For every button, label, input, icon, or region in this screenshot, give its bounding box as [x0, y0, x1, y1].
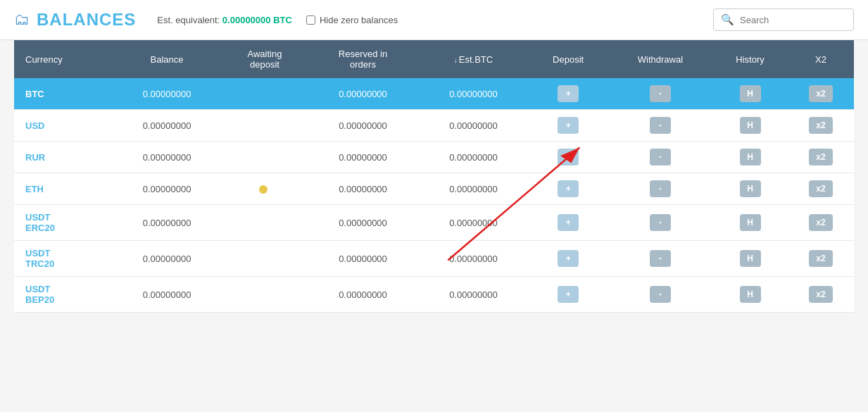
- deposit-button[interactable]: +: [558, 117, 579, 134]
- cell-balance: 0.00000000: [112, 110, 222, 142]
- deposit-button[interactable]: +: [558, 214, 579, 231]
- table-row: USDT BEP200.000000000.000000000.00000000…: [14, 277, 854, 313]
- cell-estbtc: 0.00000000: [418, 173, 528, 205]
- cell-currency: USDT TRC20: [14, 241, 112, 277]
- cell-currency: ETH: [14, 173, 112, 205]
- withdrawal-button[interactable]: -: [650, 180, 671, 197]
- cell-reserved: 0.00000000: [308, 173, 419, 205]
- deposit-button[interactable]: +: [558, 180, 579, 197]
- history-button[interactable]: H: [740, 250, 761, 267]
- table-row: USD0.000000000.000000000.00000000+-Hx2: [14, 110, 854, 142]
- cell-x2: x2: [788, 241, 854, 277]
- sort-arrow-icon: ↓: [454, 56, 458, 64]
- hide-zero-area: Hide zero balances: [306, 15, 398, 25]
- cell-balance: 0.00000000: [112, 205, 222, 241]
- cell-deposit: +: [529, 173, 608, 205]
- cell-deposit: +: [529, 277, 608, 313]
- cell-withdrawal: -: [608, 205, 713, 241]
- page-title: BALANCES: [37, 10, 136, 30]
- cell-currency: USDT BEP20: [14, 277, 112, 313]
- withdrawal-button[interactable]: -: [650, 214, 671, 231]
- cell-deposit: +: [529, 142, 608, 173]
- cell-estbtc: 0.00000000: [418, 142, 528, 173]
- history-button[interactable]: H: [740, 214, 761, 231]
- cell-reserved: 0.00000000: [308, 110, 419, 142]
- deposit-button[interactable]: +: [558, 149, 579, 166]
- top-bar: 🗂 BALANCES Est. equivalent: 0.00000000 B…: [0, 0, 868, 40]
- withdrawal-button[interactable]: -: [650, 250, 671, 267]
- table-wrapper: Currency Balance Awaitingdeposit Reserve…: [0, 40, 868, 327]
- x2-button[interactable]: x2: [809, 117, 832, 134]
- table-row: USDT TRC200.000000000.000000000.00000000…: [14, 241, 854, 277]
- col-currency: Currency: [14, 40, 112, 78]
- cell-currency: USD: [14, 110, 112, 142]
- x2-button[interactable]: x2: [809, 214, 832, 231]
- withdrawal-button[interactable]: -: [650, 149, 671, 166]
- cell-balance: 0.00000000: [112, 241, 222, 277]
- cell-history: H: [712, 241, 788, 277]
- cell-estbtc: 0.00000000: [418, 205, 528, 241]
- history-button[interactable]: H: [740, 149, 761, 166]
- withdrawal-button[interactable]: -: [650, 85, 671, 102]
- cell-awaiting: [222, 277, 307, 313]
- cell-currency: USDT ERC20: [14, 205, 112, 241]
- col-awaiting: Awaitingdeposit: [222, 40, 307, 78]
- table-row: RUR0.000000000.000000000.00000000+-Hx2: [14, 142, 854, 173]
- history-button[interactable]: H: [740, 286, 761, 303]
- cell-deposit: +: [529, 241, 608, 277]
- withdrawal-button[interactable]: -: [650, 117, 671, 134]
- cell-awaiting: [222, 205, 307, 241]
- cell-reserved: 0.00000000: [308, 241, 419, 277]
- cell-x2: x2: [788, 277, 854, 313]
- deposit-button[interactable]: +: [558, 250, 579, 267]
- search-input[interactable]: [740, 15, 838, 25]
- x2-button[interactable]: x2: [809, 85, 832, 102]
- cell-history: H: [712, 142, 788, 173]
- history-button[interactable]: H: [740, 117, 761, 134]
- cell-awaiting: [222, 241, 307, 277]
- balances-icon: 🗂: [14, 11, 30, 29]
- cell-balance: 0.00000000: [112, 277, 222, 313]
- col-deposit: Deposit: [529, 40, 608, 78]
- col-x2: X2: [788, 40, 854, 78]
- cell-balance: 0.00000000: [112, 78, 222, 110]
- col-history: History: [712, 40, 788, 78]
- history-button[interactable]: H: [740, 85, 761, 102]
- x2-button[interactable]: x2: [809, 149, 832, 166]
- cell-x2: x2: [788, 110, 854, 142]
- cell-estbtc: 0.00000000: [418, 277, 528, 313]
- x2-button[interactable]: x2: [809, 250, 832, 267]
- cell-reserved: 0.00000000: [308, 78, 419, 110]
- est-equiv-label: Est. equivalent: 0.00000000 BTC: [157, 15, 292, 25]
- history-button[interactable]: H: [740, 180, 761, 197]
- deposit-button[interactable]: +: [558, 85, 579, 102]
- cell-x2: x2: [788, 173, 854, 205]
- cell-currency: BTC: [14, 78, 112, 110]
- hide-zero-checkbox[interactable]: [306, 15, 315, 25]
- cell-withdrawal: -: [608, 142, 713, 173]
- cell-reserved: 0.00000000: [308, 142, 419, 173]
- col-estbtc: ↓Est.BTC: [418, 40, 528, 78]
- cell-estbtc: 0.00000000: [418, 78, 528, 110]
- cell-x2: x2: [788, 78, 854, 110]
- cell-reserved: 0.00000000: [308, 277, 419, 313]
- search-area: 🔍: [713, 8, 854, 31]
- est-value: 0.00000000 BTC: [222, 15, 292, 25]
- cell-withdrawal: -: [608, 110, 713, 142]
- cell-history: H: [712, 277, 788, 313]
- cell-estbtc: 0.00000000: [418, 241, 528, 277]
- deposit-button[interactable]: +: [558, 286, 579, 303]
- hide-zero-label[interactable]: Hide zero balances: [320, 15, 398, 25]
- page-title-area: 🗂 BALANCES: [14, 10, 136, 30]
- cell-currency: RUR: [14, 142, 112, 173]
- cell-history: H: [712, 205, 788, 241]
- x2-button[interactable]: x2: [809, 180, 832, 197]
- cell-estbtc: 0.00000000: [418, 110, 528, 142]
- cell-balance: 0.00000000: [112, 173, 222, 205]
- x2-button[interactable]: x2: [809, 286, 832, 303]
- table-header-row: Currency Balance Awaitingdeposit Reserve…: [14, 40, 854, 78]
- col-balance: Balance: [112, 40, 222, 78]
- cell-withdrawal: -: [608, 277, 713, 313]
- table-row: BTC0.000000000.000000000.00000000+-Hx2: [14, 78, 854, 110]
- withdrawal-button[interactable]: -: [650, 286, 671, 303]
